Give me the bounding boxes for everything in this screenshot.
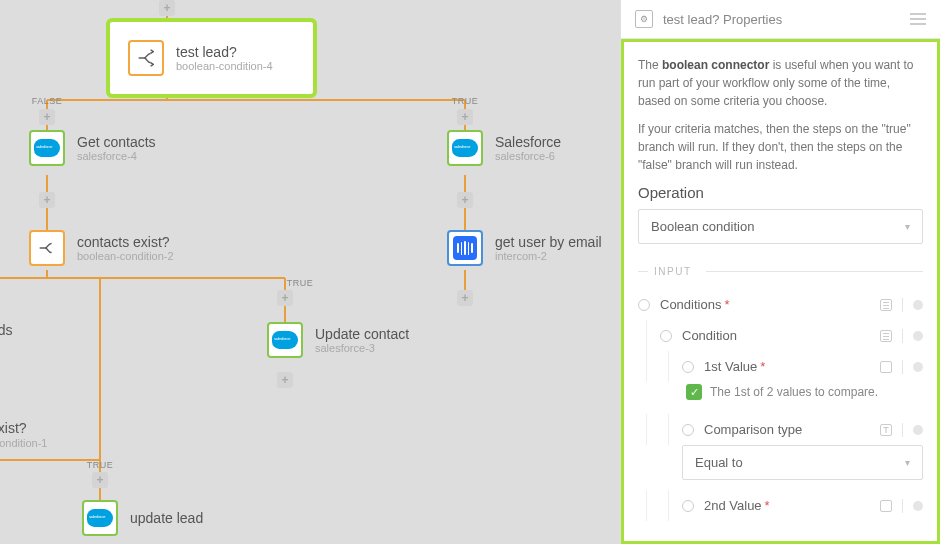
chevron-down-icon: ▾ xyxy=(905,457,910,468)
radio-icon xyxy=(682,500,694,512)
add-step-icon[interactable]: + xyxy=(39,109,55,125)
status-dot-icon xyxy=(913,300,923,310)
radio-icon xyxy=(660,330,672,342)
branch-true-label: TRUE xyxy=(287,278,314,288)
list-icon[interactable] xyxy=(880,330,892,342)
node-title: contacts exist? xyxy=(77,234,174,251)
salesforce-icon xyxy=(267,322,303,358)
branch-false-label: FALSE xyxy=(32,96,63,106)
node-subtitle: intercom-2 xyxy=(495,250,602,262)
description-text: The boolean connector is useful when you… xyxy=(638,56,923,110)
radio-icon xyxy=(682,361,694,373)
node-exist-partial[interactable]: exist? -condition-1 xyxy=(0,420,47,449)
add-step-icon[interactable]: + xyxy=(277,290,293,306)
add-step-icon[interactable]: + xyxy=(457,109,473,125)
branch-true-label: TRUE xyxy=(452,96,479,106)
branch-icon xyxy=(128,40,164,76)
node-title: get user by email xyxy=(495,234,602,251)
field-label: 1st Value xyxy=(704,359,757,374)
operation-value: Boolean condition xyxy=(651,219,754,234)
panel-title: test lead? Properties xyxy=(663,12,782,27)
comparison-select[interactable]: Equal to ▾ xyxy=(682,445,923,480)
condition-field[interactable]: Condition xyxy=(638,320,923,351)
panel-header: ⚙ test lead? Properties xyxy=(621,0,940,39)
properties-panel: ⚙ test lead? Properties The boolean conn… xyxy=(620,0,940,544)
settings-sliders-icon: ⚙ xyxy=(635,10,653,28)
menu-icon[interactable] xyxy=(910,13,926,25)
text-type-icon[interactable]: T xyxy=(880,424,892,436)
node-update-lead[interactable]: update lead xyxy=(82,500,203,536)
node-ads-partial[interactable]: ads xyxy=(0,322,13,339)
add-step-icon[interactable]: + xyxy=(457,290,473,306)
node-update-contact[interactable]: Update contact salesforce-3 xyxy=(267,322,409,358)
node-subtitle: boolean-condition-4 xyxy=(176,60,273,72)
node-title: ads xyxy=(0,322,13,339)
list-icon[interactable] xyxy=(880,299,892,311)
node-title: update lead xyxy=(130,510,203,527)
input-section-divider: INPUT xyxy=(638,266,923,277)
node-title: Get contacts xyxy=(77,134,156,151)
salesforce-icon xyxy=(447,130,483,166)
status-dot-icon xyxy=(913,501,923,511)
panel-body: The boolean connector is useful when you… xyxy=(621,39,940,544)
radio-icon xyxy=(682,424,694,436)
add-step-icon[interactable]: + xyxy=(277,372,293,388)
field-label: Condition xyxy=(682,328,737,343)
field-label: 2nd Value xyxy=(704,498,762,513)
node-subtitle: salesforce-6 xyxy=(495,150,561,162)
node-title: Salesforce xyxy=(495,134,561,151)
node-get-user[interactable]: get user by email intercom-2 xyxy=(447,230,602,266)
edit-icon[interactable] xyxy=(880,500,892,512)
status-dot-icon xyxy=(913,425,923,435)
radio-icon xyxy=(638,299,650,311)
operation-label: Operation xyxy=(638,184,923,201)
node-subtitle: boolean-condition-2 xyxy=(77,250,174,262)
comparison-value: Equal to xyxy=(695,455,743,470)
salesforce-icon xyxy=(29,130,65,166)
branch-icon xyxy=(29,230,65,266)
chevron-down-icon: ▾ xyxy=(905,221,910,232)
first-value-field[interactable]: 1st Value* xyxy=(638,351,923,382)
description-text: If your criteria matches, then the steps… xyxy=(638,120,923,174)
branch-true-label: TRUE xyxy=(87,460,114,470)
second-value-field[interactable]: 2nd Value* xyxy=(638,490,923,521)
node-subtitle: -condition-1 xyxy=(0,437,47,449)
add-step-icon[interactable]: + xyxy=(39,192,55,208)
node-get-contacts[interactable]: Get contacts salesforce-4 xyxy=(29,130,156,166)
node-subtitle: salesforce-3 xyxy=(315,342,409,354)
edit-icon[interactable] xyxy=(880,361,892,373)
field-label: Conditions xyxy=(660,297,721,312)
comparison-type-field[interactable]: Comparison type T xyxy=(638,414,923,445)
node-salesforce[interactable]: Salesforce salesforce-6 xyxy=(447,130,561,166)
node-subtitle: salesforce-4 xyxy=(77,150,156,162)
first-value-hint: ✓ The 1st of 2 values to compare. xyxy=(638,382,923,414)
add-step-icon[interactable]: + xyxy=(92,472,108,488)
node-title: Update contact xyxy=(315,326,409,343)
node-test-lead[interactable]: test lead? boolean-condition-4 xyxy=(110,22,313,94)
check-icon: ✓ xyxy=(686,384,702,400)
salesforce-icon xyxy=(82,500,118,536)
status-dot-icon xyxy=(913,331,923,341)
node-title: exist? xyxy=(0,420,47,437)
field-label: Comparison type xyxy=(704,422,802,437)
node-title: test lead? xyxy=(176,44,273,61)
add-step-icon[interactable]: + xyxy=(159,0,175,16)
intercom-icon xyxy=(447,230,483,266)
add-step-icon[interactable]: + xyxy=(457,192,473,208)
node-contacts-exist[interactable]: contacts exist? boolean-condition-2 xyxy=(29,230,174,266)
operation-select[interactable]: Boolean condition ▾ xyxy=(638,209,923,244)
status-dot-icon xyxy=(913,362,923,372)
workflow-canvas[interactable]: + test lead? boolean-condition-4 FALSE T… xyxy=(0,0,620,544)
conditions-field[interactable]: Conditions* xyxy=(638,289,923,320)
